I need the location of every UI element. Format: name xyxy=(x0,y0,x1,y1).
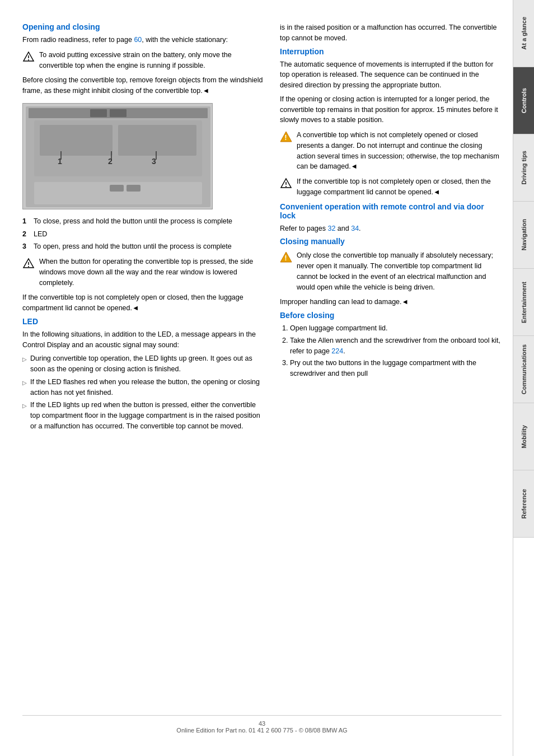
list-item-3: 3 To open, press and hold the button unt… xyxy=(22,241,263,252)
right-column: is in the raised position or a malfuncti… xyxy=(280,22,502,704)
warning-1-text: A convertible top which is not completel… xyxy=(297,130,502,172)
page-ref-60[interactable]: 60 xyxy=(134,36,142,44)
triangle-icon-3 xyxy=(280,178,292,190)
heading-before-closing: Before closing xyxy=(280,311,502,320)
dashboard-image: 1 2 3 xyxy=(22,103,213,209)
tab-label-navigation: Navigation xyxy=(521,219,527,250)
list-item-2: 2 LED xyxy=(22,229,263,240)
tab-label-communications: Communications xyxy=(521,344,527,394)
tab-label-reference: Reference xyxy=(521,489,527,519)
sidebar-item-at-a-glance[interactable]: At a glance xyxy=(513,0,534,67)
footer-text: Online Edition for Part no. 01 41 2 600 … xyxy=(176,727,347,734)
bullet-icon-2: ▷ xyxy=(22,379,27,387)
num-3: 3 xyxy=(22,241,30,252)
warning-convertible-top: ! A convertible top which is not complet… xyxy=(280,130,502,172)
note-side-windows: When the button for operating the conver… xyxy=(22,256,263,288)
section-opening-closing: Opening and closing From radio readiness… xyxy=(22,22,263,314)
svg-text:1: 1 xyxy=(58,157,62,166)
page-footer: 43 Online Edition for Part no. 01 41 2 6… xyxy=(22,715,502,734)
svg-rect-13 xyxy=(127,185,140,192)
note-battery: To avoid putting excessive strain on the… xyxy=(22,50,263,71)
led-bullet-3: ▷ If the LED lights up red when the butt… xyxy=(22,400,263,431)
triangle-icon-2 xyxy=(22,258,35,270)
opening-closing-intro: From radio readiness, refer to page 60, … xyxy=(22,35,263,45)
dashboard-svg: 1 2 3 xyxy=(23,104,213,209)
led-intro: In the following situations, in addition… xyxy=(22,329,263,351)
warning-closing-manually: ! Only close the convertible top manuall… xyxy=(280,250,502,292)
svg-text:3: 3 xyxy=(152,157,156,166)
section-before-closing: Before closing Open luggage compartment … xyxy=(280,311,502,379)
section-closing-manually: Closing manually ! Only close the conver… xyxy=(280,237,502,307)
bullet-icon-1: ▷ xyxy=(22,355,27,363)
led-bullet-1: ▷ During convertible top operation, the … xyxy=(22,353,263,375)
sidebar-item-communications[interactable]: Communications xyxy=(513,336,534,403)
tab-label-entertainment: Entertainment xyxy=(521,282,527,323)
svg-rect-6 xyxy=(90,109,107,117)
warning-closing-manually-text: Only close the convertible top manually … xyxy=(297,250,502,292)
sidebar-item-entertainment[interactable]: Entertainment xyxy=(513,269,534,336)
section-convenient-operation: Convenient operation with remote control… xyxy=(280,202,502,234)
tab-label-driving-tips: Driving tips xyxy=(521,151,527,185)
svg-rect-9 xyxy=(40,125,113,156)
before-closing-item-1-text: Open luggage compartment lid. xyxy=(290,324,387,332)
svg-rect-10 xyxy=(118,125,196,156)
note-side-windows-text: When the button for operating the conver… xyxy=(39,256,263,288)
svg-point-27 xyxy=(285,186,287,187)
led-continuation: is in the raised position or a malfuncti… xyxy=(280,22,502,44)
item-2-text: LED xyxy=(34,229,47,240)
heading-convenient-operation: Convenient operation with remote control… xyxy=(280,202,502,220)
page-number: 43 xyxy=(259,720,265,727)
svg-rect-7 xyxy=(110,109,127,117)
note-battery-text: To avoid putting excessive strain on the… xyxy=(39,50,263,71)
item-1-text: To close, press and hold the button unti… xyxy=(34,216,232,227)
luggage-lid-note: If the convertible top is not completely… xyxy=(22,292,263,314)
heading-opening-closing: Opening and closing xyxy=(22,22,263,31)
num-2: 2 xyxy=(22,229,30,240)
page-ref-224[interactable]: 224 xyxy=(331,347,343,355)
list-item-1: 1 To close, press and hold the button un… xyxy=(22,216,263,227)
led-bullet-3-text: If the LED lights up red when the button… xyxy=(30,400,263,431)
heading-closing-manually: Closing manually xyxy=(280,237,502,246)
led-bullet-list: ▷ During convertible top operation, the … xyxy=(22,353,263,431)
sidebar-item-navigation[interactable]: Navigation xyxy=(513,202,534,269)
numbered-list-controls: 1 To close, press and hold the button un… xyxy=(22,216,263,252)
note-luggage-lid: If the convertible top is not completely… xyxy=(280,176,502,198)
svg-point-2 xyxy=(28,59,29,60)
svg-point-22 xyxy=(28,266,29,267)
before-closing-item-2-text: Take the Allen wrench and the screwdrive… xyxy=(290,337,500,355)
tab-label-mobility: Mobility xyxy=(521,425,527,449)
before-closing-list: Open luggage compartment lid. Take the A… xyxy=(290,323,502,379)
sidebar-item-reference[interactable]: Reference xyxy=(513,470,534,538)
warning-icon-2: ! xyxy=(280,251,292,264)
before-closing-item-2: Take the Allen wrench and the screwdrive… xyxy=(290,335,502,357)
convenient-operation-text: Refer to pages 32 and 34. xyxy=(280,223,502,234)
before-closing-item-3: Pry out the two buttons in the luggage c… xyxy=(290,358,502,379)
svg-text:!: ! xyxy=(284,254,287,262)
improper-handling-note: Improper handling can lead to damage.◄ xyxy=(280,297,502,307)
heading-interruption: Interruption xyxy=(280,47,502,56)
svg-text:!: ! xyxy=(284,133,287,142)
sidebar-item-mobility[interactable]: Mobility xyxy=(513,403,534,470)
note-luggage-lid-text: If the convertible top is not completely… xyxy=(297,176,502,198)
closing-note-text: Before closing the convertible top, remo… xyxy=(22,75,263,96)
heading-led: LED xyxy=(22,317,263,326)
tab-label-controls: Controls xyxy=(521,88,527,113)
num-1: 1 xyxy=(22,216,30,227)
before-closing-item-1: Open luggage compartment lid. xyxy=(290,323,502,334)
item-3-text: To open, press and hold the button until… xyxy=(34,241,232,252)
before-closing-item-3-text: Pry out the two buttons in the luggage c… xyxy=(290,359,476,377)
led-bullet-2-text: If the LED flashes red when you release … xyxy=(30,377,263,398)
sidebar-item-driving-tips[interactable]: Driving tips xyxy=(513,134,534,202)
section-interruption: Interruption The automatic sequence of m… xyxy=(280,47,502,198)
page-ref-32[interactable]: 32 xyxy=(327,225,335,232)
page-ref-34[interactable]: 34 xyxy=(351,225,359,232)
interruption-para2: If the opening or closing action is inte… xyxy=(280,94,502,125)
led-bullet-2: ▷ If the LED flashes red when you releas… xyxy=(22,377,263,398)
svg-text:2: 2 xyxy=(108,157,113,166)
bullet-icon-3: ▷ xyxy=(22,402,27,410)
sidebar-tabs: At a glance Controls Driving tips Naviga… xyxy=(513,0,534,756)
tab-label-at-a-glance: At a glance xyxy=(521,17,527,50)
sidebar-item-controls[interactable]: Controls xyxy=(513,67,534,134)
interruption-para1: The automatic sequence of movements is i… xyxy=(280,59,502,91)
warning-icon-1: ! xyxy=(280,131,292,143)
